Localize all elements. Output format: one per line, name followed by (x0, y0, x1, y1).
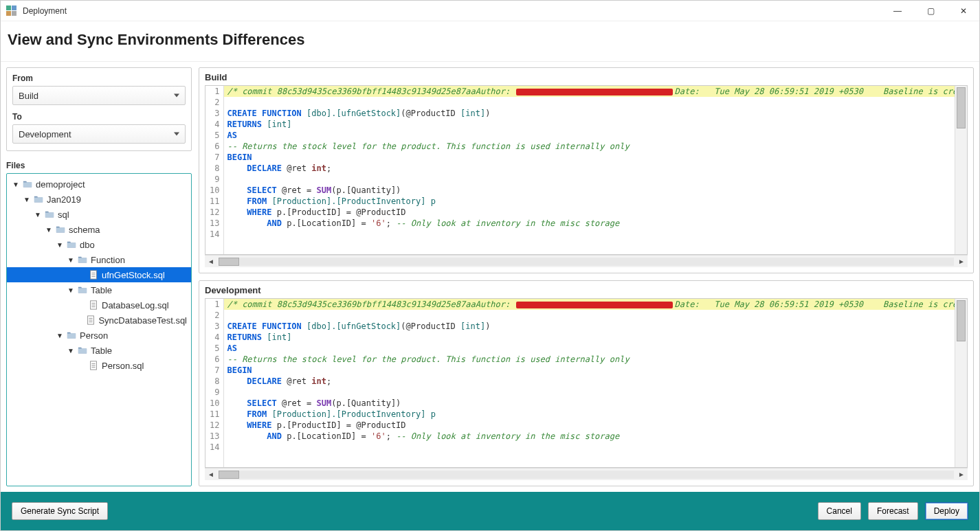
footer-bar: Generate Sync Script Cancel Forecast Dep… (1, 492, 979, 530)
folder-icon (44, 209, 55, 220)
file-icon (88, 360, 99, 371)
tree-folder[interactable]: ▼Table (7, 343, 191, 358)
expand-toggle-icon[interactable]: ▼ (11, 181, 21, 188)
folder-icon (55, 224, 66, 235)
tree-folder[interactable]: ▼dbo (7, 237, 191, 252)
scroll-left-icon[interactable]: ◄ (205, 256, 217, 267)
tree-folder[interactable]: ▼Person (7, 328, 191, 343)
scroll-left-icon[interactable]: ◄ (205, 469, 217, 480)
tree-item-label: DatabaseLog.sql (102, 300, 169, 310)
tree-file[interactable]: ufnGetStock.sql (7, 267, 191, 282)
tree-item-label: Function (91, 255, 125, 265)
page-header: View and Sync Environments Differences (1, 21, 979, 62)
close-button[interactable]: ✕ (953, 4, 974, 18)
code-line: AND p.[LocationID] = '6'; -- Only look a… (224, 431, 955, 442)
scrollbar-track[interactable] (219, 471, 954, 479)
scroll-right-icon[interactable]: ► (955, 469, 968, 480)
deployment-window: Deployment — ▢ ✕ View and Sync Environme… (0, 0, 980, 531)
code-line: /* commit 88c53d9435ce3369bfbff14483c913… (224, 86, 955, 97)
tree-item-label: demoproject (36, 179, 85, 190)
code-line (224, 229, 955, 240)
folder-icon (66, 239, 77, 250)
from-dropdown[interactable]: Build (12, 86, 186, 105)
build-diff-panel: Build 1234567891011121314 /* commit 88c5… (199, 67, 974, 273)
page-title: View and Sync Environments Differences (8, 31, 972, 49)
code-line (224, 442, 955, 453)
scroll-right-icon[interactable]: ► (955, 256, 968, 267)
titlebar: Deployment — ▢ ✕ (1, 1, 979, 21)
code-line: CREATE FUNCTION [dbo].[ufnGetStock](@Pro… (224, 108, 955, 119)
files-label: Files (6, 161, 192, 170)
tree-item-label: Jan2019 (47, 194, 81, 205)
expand-toggle-icon[interactable]: ▼ (22, 196, 32, 203)
to-label: To (12, 112, 186, 122)
tree-folder[interactable]: ▼schema (7, 222, 191, 237)
build-code-viewer[interactable]: 1234567891011121314 /* commit 88c53d9435… (205, 85, 968, 255)
expand-toggle-icon[interactable]: ▼ (66, 347, 76, 354)
expand-toggle-icon[interactable]: ▼ (66, 256, 76, 264)
horizontal-scrollbar[interactable]: ◄ ► (205, 255, 968, 267)
code-line: WHERE p.[ProductID] = @ProductID (224, 207, 955, 218)
deploy-button[interactable]: Deploy (925, 502, 968, 520)
expand-toggle-icon[interactable]: ▼ (55, 332, 65, 339)
content-area: From Build To Development Files ▼demopro… (1, 62, 979, 492)
expand-toggle-icon[interactable]: ▼ (66, 286, 76, 294)
code-line: DECLARE @ret int; (224, 376, 955, 387)
tree-file[interactable]: DatabaseLog.sql (7, 297, 191, 313)
vertical-scrollbar[interactable] (955, 299, 967, 467)
tree-file[interactable]: SyncDatabaseTest.sql (7, 313, 191, 328)
files-panel: Files ▼demoproject▼Jan2019▼sql▼schema▼db… (6, 159, 192, 486)
env-panel: From Build To Development (6, 67, 192, 151)
code-line: SELECT @ret = SUM(p.[Quantity]) (224, 185, 955, 196)
code-line: DECLARE @ret int; (224, 163, 955, 174)
folder-icon (77, 254, 88, 265)
code-line: AS (224, 130, 955, 141)
code-line: RETURNS [int] (224, 119, 955, 130)
expand-toggle-icon[interactable]: ▼ (33, 211, 43, 218)
code-line: /* commit 88c53d9435ce3369bfbff14483c913… (224, 299, 955, 310)
cancel-button[interactable]: Cancel (818, 502, 861, 520)
expand-toggle-icon[interactable]: ▼ (55, 241, 65, 249)
generate-sync-script-button[interactable]: Generate Sync Script (12, 502, 108, 520)
development-code-viewer[interactable]: 1234567891011121314 /* commit 88c53d9435… (205, 298, 968, 468)
tree-item-label: Person (80, 330, 108, 341)
tree-item-label: Person.sql (102, 361, 144, 371)
forecast-button[interactable]: Forecast (868, 502, 918, 520)
scrollbar-thumb[interactable] (219, 471, 239, 479)
to-dropdown[interactable]: Development (12, 124, 186, 144)
from-label: From (12, 74, 186, 83)
file-icon (88, 300, 99, 310)
code-line (224, 97, 955, 108)
tree-folder[interactable]: ▼sql (7, 207, 191, 222)
tree-folder[interactable]: ▼Jan2019 (7, 192, 191, 207)
development-diff-label: Development (205, 285, 968, 295)
right-column: Build 1234567891011121314 /* commit 88c5… (199, 67, 974, 486)
code-line: SELECT @ret = SUM(p.[Quantity]) (224, 398, 955, 409)
scrollbar-thumb[interactable] (957, 87, 966, 128)
scrollbar-track[interactable] (219, 258, 954, 266)
file-icon (86, 315, 96, 326)
tree-item-label: Table (91, 346, 112, 356)
tree-folder[interactable]: ▼Function (7, 252, 191, 267)
folder-icon (77, 284, 88, 295)
chevron-down-icon (174, 94, 179, 98)
build-code-area[interactable]: /* commit 88c53d9435ce3369bfbff14483c913… (224, 86, 955, 254)
scrollbar-thumb[interactable] (957, 300, 966, 341)
horizontal-scrollbar[interactable]: ◄ ► (205, 468, 968, 480)
file-tree[interactable]: ▼demoproject▼Jan2019▼sql▼schema▼dbo▼Func… (6, 173, 192, 486)
code-line: BEGIN (224, 365, 955, 376)
app-icon (6, 5, 17, 16)
chevron-down-icon (174, 133, 179, 136)
vertical-scrollbar[interactable] (955, 86, 967, 254)
file-icon (88, 269, 99, 280)
tree-item-label: sql (58, 210, 69, 220)
tree-folder[interactable]: ▼Table (7, 282, 191, 297)
tree-file[interactable]: Person.sql (7, 358, 191, 373)
development-code-area[interactable]: /* commit 88c53d9435ce3369bfbff14483c913… (224, 299, 955, 467)
expand-toggle-icon[interactable]: ▼ (44, 226, 54, 234)
minimize-button[interactable]: — (887, 4, 908, 18)
tree-item-label: Table (91, 285, 112, 295)
maximize-button[interactable]: ▢ (920, 4, 941, 18)
tree-folder[interactable]: ▼demoproject (7, 177, 191, 192)
scrollbar-thumb[interactable] (219, 258, 239, 266)
